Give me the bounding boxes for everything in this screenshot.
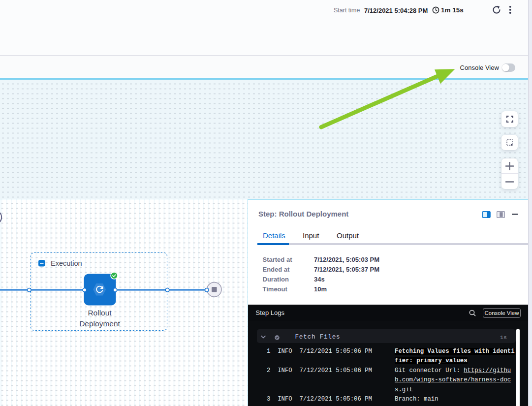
svg-text:Execution: Execution	[51, 259, 82, 267]
svg-text:Deployment: Deployment	[79, 319, 120, 327]
svg-text:Rollout: Rollout	[88, 308, 112, 316]
